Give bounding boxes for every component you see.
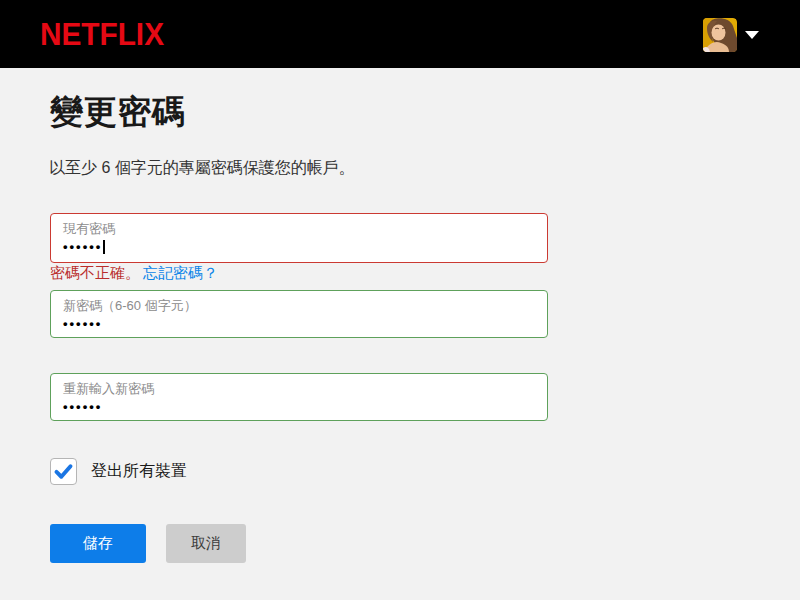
action-buttons: 儲存 取消: [50, 524, 246, 563]
chevron-down-icon[interactable]: [745, 31, 759, 39]
forgot-password-link[interactable]: 忘記密碼？: [143, 264, 218, 281]
password-error-row: 密碼不正確。忘記密碼？: [50, 264, 218, 283]
svg-text:NETFLIX: NETFLIX: [40, 17, 164, 51]
avatar-image: [703, 18, 737, 52]
confirm-password-field[interactable]: 重新輸入新密碼 ••••••: [50, 373, 548, 421]
new-password-value: ••••••: [63, 315, 535, 332]
current-password-value: ••••••: [63, 238, 535, 255]
confirm-password-value: ••••••: [63, 398, 535, 415]
confirm-password-label: 重新輸入新密碼: [63, 381, 535, 396]
checkmark-icon: [53, 461, 74, 482]
netflix-logo-text: NETFLIX: [40, 17, 166, 51]
new-password-label: 新密碼（6-60 個字元）: [63, 298, 535, 313]
current-password-label: 現有密碼: [63, 221, 535, 236]
top-header: NETFLIX: [0, 0, 800, 68]
signout-all-devices-checkbox[interactable]: [50, 458, 77, 485]
profile-avatar[interactable]: [703, 18, 737, 52]
new-password-field[interactable]: 新密碼（6-60 個字元） ••••••: [50, 290, 548, 338]
password-error-text: 密碼不正確。: [50, 264, 140, 281]
page-subtitle: 以至少 6 個字元的專屬密碼保護您的帳戶。: [49, 158, 355, 179]
text-cursor: [103, 240, 105, 254]
save-button[interactable]: 儲存: [50, 524, 146, 563]
netflix-logo[interactable]: NETFLIX: [40, 17, 166, 55]
signout-all-devices-label: 登出所有裝置: [91, 461, 187, 482]
signout-all-devices-row: 登出所有裝置: [50, 458, 187, 485]
current-password-field[interactable]: 現有密碼 ••••••: [50, 213, 548, 263]
page-title: 變更密碼: [50, 90, 186, 135]
cancel-button[interactable]: 取消: [166, 524, 246, 563]
